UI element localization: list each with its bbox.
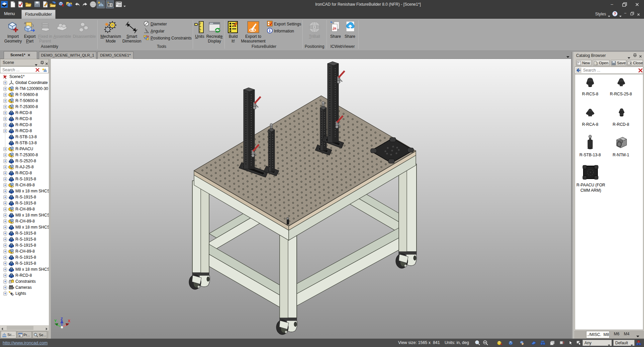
svg-text:Y: Y	[54, 319, 57, 323]
svg-text:.js: .js	[332, 26, 336, 30]
svg-text:?: ?	[614, 12, 616, 16]
svg-text:Z: Z	[61, 317, 63, 321]
svg-text:X: X	[68, 319, 71, 323]
svg-text:A: A	[24, 21, 26, 25]
